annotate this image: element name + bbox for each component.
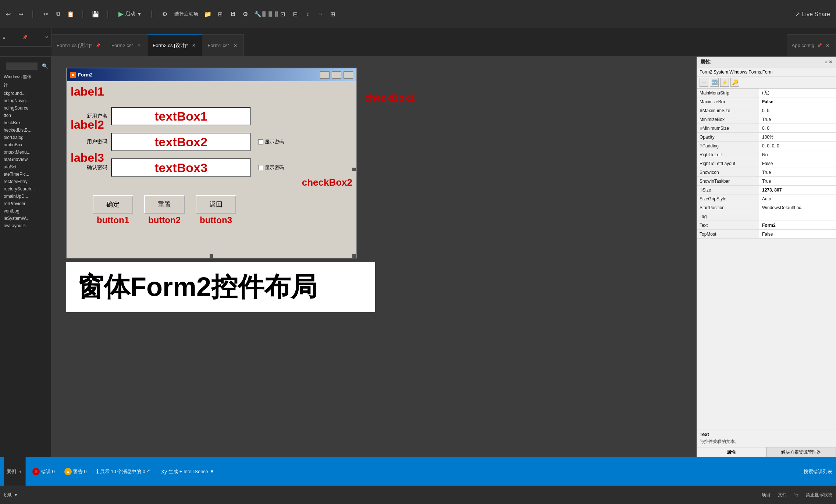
sidebar-close-icon[interactable]: ✕ bbox=[45, 35, 48, 40]
tab-form1-design[interactable]: Form1.cs [设计]* 📌 bbox=[51, 34, 106, 56]
tab-app-config-close[interactable]: ✕ bbox=[825, 43, 830, 49]
tab-form1-cs-close[interactable]: ✕ bbox=[232, 43, 238, 49]
sidebar-pin-icon[interactable]: 📌 bbox=[22, 35, 28, 40]
props-tool-key[interactable]: 🔑 bbox=[730, 78, 739, 87]
sidebar-item-11[interactable]: ataGridView bbox=[0, 156, 51, 163]
undo-icon[interactable]: ↩ bbox=[3, 9, 13, 19]
cut-icon[interactable]: ✂ bbox=[40, 9, 51, 19]
props-selector-text: Form2 System.Windows.Forms.Form bbox=[700, 69, 773, 75]
props-tab-properties[interactable]: 属性 bbox=[697, 447, 766, 457]
sidebar-item-7[interactable]: heckedListB... bbox=[0, 126, 51, 134]
live-share-label: Live Share bbox=[802, 11, 830, 17]
tab-form2-cs-close[interactable]: ✕ bbox=[136, 43, 142, 49]
start-button[interactable]: ▶ 启动 ▼ bbox=[115, 8, 145, 19]
button1-group: 确定 button1 bbox=[93, 195, 133, 225]
button1[interactable]: 确定 bbox=[93, 195, 133, 214]
sidebar-item-19[interactable]: leSystemW... bbox=[0, 215, 51, 222]
sidebar-item-3[interactable]: ndingNavig... bbox=[0, 97, 51, 104]
form-window[interactable]: ■ Form2 _ □ ✕ label1 新用户名 textBox1 bbox=[66, 68, 357, 258]
misc-icon1[interactable]: ⊡ bbox=[278, 9, 288, 19]
select-start-label[interactable]: 选择启动项 bbox=[172, 11, 200, 17]
sidebar-item-12[interactable]: ataSet bbox=[0, 163, 51, 171]
status-build-item[interactable]: Xy 生成 + IntelliSense ▼ bbox=[158, 468, 217, 475]
redo-icon[interactable]: ↪ bbox=[15, 9, 26, 19]
misc-icon3[interactable]: ↕ bbox=[303, 9, 313, 19]
tab-form2-design[interactable]: Form2.cs [设计]* ✕ bbox=[147, 34, 202, 56]
checkbox1-control[interactable] bbox=[258, 139, 263, 144]
props-footer: Text 与控件关联的文本。 bbox=[697, 429, 836, 447]
folder-icon[interactable]: 📁 bbox=[203, 9, 213, 19]
field3-label: 确认密码 bbox=[78, 164, 107, 171]
sidebar-item-18[interactable]: ventLog bbox=[0, 207, 51, 215]
grid-icon[interactable]: ⊞ bbox=[215, 9, 225, 19]
main-layout: 🔍 Windows 窗体 计 ckground... ndingNavig...… bbox=[0, 57, 836, 457]
tab-form1-cs[interactable]: Form1.cs* ✕ bbox=[202, 34, 243, 56]
copy-icon[interactable]: ⧉ bbox=[53, 9, 63, 19]
sidebar-item-9[interactable]: omboBox bbox=[0, 141, 51, 149]
sidebar-item-14[interactable]: rectoryEntry bbox=[0, 178, 51, 185]
sidebar-item-8[interactable]: olorDialog bbox=[0, 134, 51, 141]
sidebar-item-16[interactable]: omainUpD... bbox=[0, 193, 51, 200]
button3-label: button3 bbox=[200, 215, 232, 225]
save-icon[interactable]: 💾 bbox=[90, 9, 101, 19]
sidebar-item-20[interactable]: owLayoutP... bbox=[0, 222, 51, 229]
sidebar-collapse-icon[interactable]: ≡ bbox=[3, 35, 5, 40]
paste-icon[interactable]: 📋 bbox=[65, 9, 76, 19]
sidebar-item-6[interactable]: heckBox bbox=[0, 119, 51, 126]
sidebar-item-4[interactable]: ndingSource bbox=[0, 104, 51, 112]
select-icon[interactable]: ⚙ bbox=[160, 9, 170, 19]
label1-overlay: label1 bbox=[71, 85, 104, 99]
form-maximize-btn[interactable]: □ bbox=[332, 71, 341, 79]
checkbox2-control[interactable] bbox=[258, 165, 263, 170]
status-error-item[interactable]: ✕ 错误 0 bbox=[29, 468, 58, 475]
resize-handle-right-center[interactable] bbox=[352, 168, 356, 171]
props-row-minimumsize: MinimumSize 0, 0 bbox=[697, 124, 836, 133]
props-selector[interactable]: Form2 System.Windows.Forms.Form bbox=[697, 68, 836, 76]
props-row-topmost: TopMost False bbox=[697, 230, 836, 239]
resize-handle-bottom-center[interactable] bbox=[210, 254, 213, 258]
sidebar-item-10[interactable]: ontextMenu... bbox=[0, 149, 51, 156]
sidebar: 🔍 Windows 窗体 计 ckground... ndingNavig...… bbox=[0, 57, 51, 457]
form-close-btn[interactable]: ✕ bbox=[344, 71, 353, 79]
textbox3[interactable]: textBox3 bbox=[111, 158, 251, 177]
sidebar-item-13[interactable]: ateTimePic... bbox=[0, 171, 51, 178]
tab-form2-design-close[interactable]: ✕ bbox=[191, 43, 197, 49]
case-dropdown[interactable]: ▼ bbox=[18, 469, 22, 474]
search-error-list[interactable]: 搜索错误列表 bbox=[804, 468, 832, 475]
sidebar-search-icon[interactable]: 🔍 bbox=[42, 63, 48, 69]
button3-group: 返回 button3 bbox=[196, 195, 236, 225]
misc-icon4[interactable]: ↔ bbox=[315, 9, 325, 19]
textbox1[interactable]: textBox1 bbox=[111, 107, 251, 125]
sidebar-item-17[interactable]: rorProvider bbox=[0, 200, 51, 207]
sidebar-item-5[interactable]: tton bbox=[0, 112, 51, 119]
misc-icon5[interactable]: ⊞ bbox=[328, 9, 338, 19]
sidebar-item-1[interactable]: 计 bbox=[0, 81, 51, 90]
sidebar-item-windows[interactable]: Windows 窗体 bbox=[0, 73, 51, 81]
build-dropdown[interactable]: ▼ bbox=[210, 469, 214, 474]
screen-icon[interactable]: 🖥 bbox=[228, 9, 238, 19]
sidebar-item-2[interactable]: ckground... bbox=[0, 90, 51, 97]
textbox2[interactable]: textBox2 bbox=[111, 133, 251, 151]
sidebar-search-input[interactable] bbox=[6, 62, 38, 70]
form-minimize-btn[interactable]: _ bbox=[320, 71, 330, 79]
misc-icon2[interactable]: ⊟ bbox=[290, 9, 300, 19]
sidebar-item-15[interactable]: rectorySearch... bbox=[0, 185, 51, 193]
props-tool-events[interactable]: ⚡ bbox=[720, 78, 729, 87]
tab-form2-cs[interactable]: Form2.cs* ✕ bbox=[106, 34, 147, 56]
props-tool-alpha[interactable]: 🔤 bbox=[710, 78, 719, 87]
props-collapse-btn[interactable]: ≡ ✕ bbox=[825, 60, 832, 65]
live-share[interactable]: ↗ Live Share bbox=[795, 11, 830, 18]
bottom-explain[interactable]: 说明 ▼ bbox=[4, 492, 18, 498]
button3[interactable]: 返回 bbox=[196, 195, 236, 214]
status-warning-item[interactable]: ▲ 警告 0 bbox=[61, 468, 90, 475]
tab-pin-icon: 📌 bbox=[95, 43, 101, 47]
props-toolbar: ⊞ 🔤 ⚡ 🔑 bbox=[697, 76, 836, 89]
status-info-item[interactable]: ℹ 展示 10 个消息中的 0 个 bbox=[93, 468, 154, 475]
settings-icon[interactable]: ⚙ bbox=[240, 9, 250, 19]
props-tab-solution-explorer[interactable]: 解决方案资源管理器 bbox=[766, 447, 836, 457]
resize-handle-bottom-right[interactable] bbox=[352, 254, 356, 258]
tab-app-config[interactable]: App.config 📌 ✕ bbox=[787, 34, 836, 56]
props-tool-sort[interactable]: ⊞ bbox=[700, 78, 708, 87]
props-row-showicon: ShowIcon True bbox=[697, 168, 836, 177]
button2[interactable]: 重置 bbox=[144, 195, 185, 214]
